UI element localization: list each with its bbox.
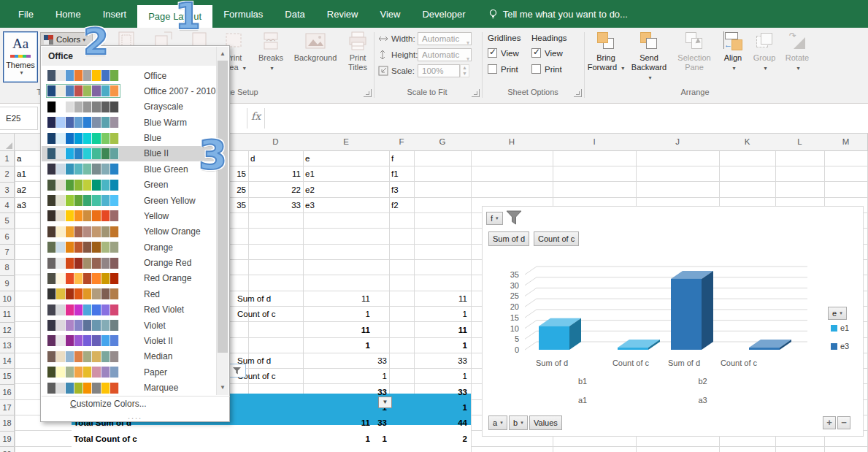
- cell-F4[interactable]: f2: [389, 198, 414, 213]
- cell-P111[interactable]: 1: [303, 307, 372, 322]
- cell-F3[interactable]: f3: [389, 183, 414, 198]
- row-header-5[interactable]: 5: [0, 213, 15, 229]
- chart-zoom-in-button[interactable]: +: [823, 416, 836, 429]
- color-scheme-marquee[interactable]: Marquee: [42, 380, 216, 396]
- color-scheme-grayscale[interactable]: Grayscale: [42, 99, 216, 115]
- cell-PG10[interactable]: 11: [392, 291, 469, 307]
- sheet-options-dialog-launcher[interactable]: [574, 89, 582, 97]
- tab-insert[interactable]: Insert: [92, 0, 138, 28]
- chart-zoom-out-button[interactable]: −: [837, 416, 850, 429]
- row-header-20[interactable]: 20: [0, 447, 15, 452]
- cell-PG16[interactable]: 33: [392, 385, 469, 400]
- cell-PV9[interactable]: Values: [248, 276, 303, 291]
- autofilter-button[interactable]: [228, 364, 246, 378]
- row-header-15[interactable]: 15: [0, 369, 15, 384]
- bring-forward-button[interactable]: Bring Forward ▾: [585, 31, 626, 73]
- column-header-G[interactable]: G: [414, 134, 472, 151]
- chart-axis-button-b[interactable]: b▾: [509, 415, 528, 430]
- row-header-17[interactable]: 17: [0, 400, 15, 415]
- color-scheme-office[interactable]: Office: [42, 68, 216, 83]
- cell-PG17[interactable]: 1: [392, 400, 469, 415]
- row-header-14[interactable]: 14: [0, 353, 15, 369]
- column-header-H[interactable]: H: [471, 134, 553, 151]
- scroll-up-icon[interactable]: ▲: [217, 47, 228, 60]
- select-all-corner[interactable]: [0, 134, 15, 151]
- cell-F1[interactable]: f: [389, 151, 414, 166]
- row-header-1[interactable]: 1: [0, 151, 15, 166]
- row-header-7[interactable]: 7: [0, 245, 15, 260]
- column-header-F[interactable]: F: [389, 134, 415, 151]
- color-scheme-blue-warm[interactable]: Blue Warm: [42, 115, 216, 130]
- cell-P314[interactable]: 33: [316, 353, 389, 369]
- color-scheme-orange[interactable]: Orange: [42, 240, 216, 255]
- formula-input[interactable]: [267, 107, 868, 130]
- row-header-12[interactable]: 12: [0, 323, 15, 338]
- fx-icon[interactable]: fx: [251, 110, 261, 122]
- scale-to-fit-dialog-launcher[interactable]: [472, 89, 480, 97]
- color-scheme-red[interactable]: Red: [42, 286, 216, 302]
- cell-D1[interactable]: d: [248, 151, 303, 166]
- gridlines-view-checkbox[interactable]: View: [488, 48, 519, 58]
- row-header-18[interactable]: 18: [0, 415, 15, 431]
- row-header-8[interactable]: 8: [0, 260, 15, 275]
- column-header-J[interactable]: J: [636, 134, 720, 151]
- column-header-K[interactable]: K: [719, 134, 776, 151]
- row-header-13[interactable]: 13: [0, 338, 15, 353]
- selection-pane-button[interactable]: Selection Pane: [672, 31, 717, 72]
- row-header-4[interactable]: 4: [0, 198, 15, 213]
- color-scheme-blue-green[interactable]: Blue Green: [42, 161, 216, 177]
- tab-page-layout[interactable]: Page Layout: [137, 5, 212, 28]
- themes-button[interactable]: Aa Themes ▾: [3, 31, 38, 83]
- cell-PG13[interactable]: 1: [392, 338, 469, 353]
- group-button[interactable]: Group▾: [749, 31, 780, 73]
- height-dropdown[interactable]: Automatic▾: [418, 48, 472, 61]
- cell-P112[interactable]: 11: [303, 323, 372, 338]
- print-titles-button[interactable]: Print Titles: [342, 31, 374, 72]
- column-header-L[interactable]: L: [775, 134, 825, 151]
- cell-PG15[interactable]: 1: [392, 369, 469, 384]
- rotate-button[interactable]: ↷ Rotate▾: [781, 31, 813, 73]
- scale-input[interactable]: 100%: [418, 64, 460, 77]
- row-header-3[interactable]: 3: [0, 183, 15, 198]
- color-scheme-violet-ii[interactable]: Violet II: [42, 333, 216, 348]
- chart-axis-button-a[interactable]: a▾: [488, 415, 507, 430]
- customize-colors-item[interactable]: Customize Colors...: [70, 399, 147, 409]
- scale-spinner[interactable]: ▲▼: [460, 64, 469, 77]
- color-scheme-median[interactable]: Median: [42, 349, 216, 364]
- cell-P113[interactable]: 1: [303, 338, 372, 353]
- tab-review[interactable]: Review: [316, 0, 369, 28]
- cell-E3[interactable]: e2: [303, 183, 389, 198]
- tab-file[interactable]: File: [7, 0, 45, 28]
- headings-print-checkbox[interactable]: Print: [531, 64, 562, 74]
- row-header-11[interactable]: 11: [0, 307, 15, 322]
- tab-formulas[interactable]: Formulas: [212, 0, 274, 28]
- color-scheme-yellow-orange[interactable]: Yellow Orange: [42, 224, 216, 240]
- column-header-M[interactable]: M: [824, 134, 868, 151]
- column-header-D[interactable]: D: [248, 134, 304, 151]
- cell-PL11[interactable]: Count of c: [235, 307, 302, 322]
- cell-PG9[interactable]: Grand Total: [392, 276, 469, 291]
- cell-PG11[interactable]: 1: [392, 307, 469, 322]
- color-scheme-red-violet[interactable]: Red Violet: [42, 302, 216, 318]
- pivot-chart[interactable]: f▾ Sum of dCount of c 05101520253035Sum …: [482, 206, 864, 437]
- cell-P315[interactable]: 1: [316, 369, 389, 384]
- column-header-E[interactable]: E: [303, 134, 390, 151]
- tab-data[interactable]: Data: [274, 0, 315, 28]
- color-scheme-blue[interactable]: Blue: [42, 131, 216, 146]
- row-header-6[interactable]: 6: [0, 229, 15, 245]
- cell-P318[interactable]: 33: [316, 415, 389, 431]
- chart-axis-button-values[interactable]: Values: [529, 415, 562, 430]
- color-scheme-green[interactable]: Green: [42, 177, 216, 193]
- name-box[interactable]: E25: [0, 107, 38, 130]
- scrollbar-thumb[interactable]: [218, 61, 228, 353]
- cell-PG18[interactable]: 44: [392, 415, 469, 431]
- tab-home[interactable]: Home: [45, 0, 92, 28]
- tab-view[interactable]: View: [369, 0, 411, 28]
- scroll-down-icon[interactable]: ▼: [217, 381, 228, 394]
- row-header-16[interactable]: 16: [0, 385, 15, 400]
- menu-scrollbar[interactable]: ▲ ▼: [216, 47, 228, 395]
- row-header-19[interactable]: 19: [0, 432, 15, 447]
- headings-view-checkbox[interactable]: View: [531, 48, 563, 58]
- color-scheme-office-2007-2010[interactable]: Office 2007 - 2010: [42, 83, 216, 99]
- send-backward-button[interactable]: Send Backward ▾: [628, 31, 670, 83]
